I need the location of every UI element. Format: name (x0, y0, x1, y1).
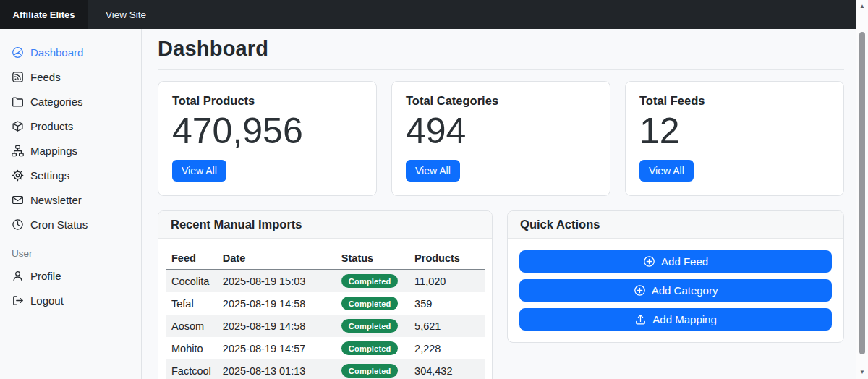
sidebar-item-label: Mappings (30, 145, 77, 157)
envelope-icon (12, 194, 24, 206)
sidebar-nav: Dashboard Feeds Categories Products Mapp… (12, 40, 135, 237)
diagram-icon (12, 145, 24, 157)
table-column-header: Status (336, 246, 409, 270)
folder-icon (12, 95, 24, 108)
table-column-header: Date (217, 246, 336, 270)
box-icon (12, 120, 24, 132)
quick-action-label: Add Mapping (652, 313, 716, 325)
scroll-up-arrow[interactable]: ▲ (859, 3, 865, 10)
status-badge: Completed (341, 364, 399, 378)
view-all-button[interactable]: View All (406, 160, 460, 182)
sidebar-section-label: User (12, 248, 135, 259)
sidebar-item-label: Cron Status (30, 218, 88, 231)
table-body: Cocolita 2025-08-19 15:03 Completed 11,0… (166, 270, 485, 379)
add-mapping-button[interactable]: Add Mapping (519, 308, 832, 331)
status-badge: Completed (341, 341, 399, 355)
table-column-header: Products (409, 246, 485, 270)
sidebar-item-label: Logout (30, 294, 64, 307)
sidebar-user-nav: Profile Logout (12, 263, 135, 312)
sidebar-item[interactable]: Profile (12, 263, 135, 288)
recent-imports-title: Recent Manual Imports (158, 211, 492, 239)
rss-icon (12, 71, 24, 83)
sidebar-item[interactable]: Mappings (12, 138, 135, 163)
cell-products: 11,020 (409, 270, 485, 293)
status-badge: Completed (341, 297, 399, 310)
cell-feed: Mohito (166, 337, 217, 359)
cell-products: 2,228 (409, 337, 485, 359)
cell-date: 2025-08-13 01:13 (217, 359, 336, 379)
cell-feed: Factcool (166, 359, 217, 379)
cell-feed: Cocolita (166, 270, 217, 293)
table-row: Cocolita 2025-08-19 15:03 Completed 11,0… (166, 270, 485, 293)
cell-products: 359 (409, 292, 485, 315)
sidebar-item-label: Profile (30, 270, 61, 282)
sidebar-item[interactable]: Cron Status (12, 212, 135, 237)
panels-row: Recent Manual Imports Feed Date Status P… (158, 210, 844, 379)
sidebar-item-label: Feeds (30, 71, 61, 83)
sidebar: Dashboard Feeds Categories Products Mapp… (0, 29, 142, 379)
page-title: Dashboard (158, 37, 844, 61)
plus-circle-icon (634, 284, 646, 297)
sidebar-item[interactable]: Settings (12, 163, 135, 187)
quick-actions-panel: Quick Actions Add Feed Add Category Add … (507, 210, 844, 343)
scroll-down-arrow[interactable]: ▼ (859, 369, 865, 376)
view-all-button[interactable]: View All (172, 160, 226, 182)
sidebar-item-label: Categories (30, 95, 83, 108)
stat-value: 470,956 (172, 111, 362, 151)
recent-imports-body: Feed Date Status Products Cocolita 2025-… (158, 239, 492, 379)
table-row: Mohito 2025-08-19 14:57 Completed 2,228 (166, 337, 485, 359)
stat-value: 12 (639, 111, 830, 151)
view-all-button[interactable]: View All (639, 160, 694, 182)
cell-status: Completed (336, 292, 409, 315)
sidebar-item[interactable]: Feeds (12, 64, 135, 89)
quick-action-label: Add Category (652, 284, 718, 297)
brand-logo[interactable]: Affiliate Elites (0, 0, 88, 29)
plus-circle-icon (643, 255, 655, 268)
speedometer-icon (12, 46, 24, 59)
upload-icon (634, 313, 647, 325)
status-badge: Completed (341, 319, 399, 333)
quick-actions-title: Quick Actions (508, 211, 843, 239)
view-site-link[interactable]: View Site (106, 9, 146, 20)
add-category-button[interactable]: Add Category (519, 279, 832, 302)
clock-icon (12, 218, 24, 231)
sidebar-item[interactable]: Logout (12, 288, 135, 312)
gear-icon (12, 169, 24, 182)
stat-title: Total Feeds (639, 94, 830, 108)
scrollbar[interactable]: ▲ ▼ (856, 0, 868, 379)
status-badge: Completed (341, 274, 399, 288)
person-icon (12, 270, 24, 282)
stats-row: Total Products 470,956 View All Total Ca… (158, 81, 844, 196)
cell-products: 304,432 (409, 359, 485, 379)
quick-action-label: Add Feed (661, 255, 708, 268)
sidebar-item-label: Newsletter (30, 194, 82, 206)
logout-icon (12, 294, 24, 307)
cell-status: Completed (336, 337, 409, 359)
sidebar-item[interactable]: Categories (12, 89, 135, 114)
top-navbar: Affiliate Elites View Site (0, 0, 868, 29)
table-row: Tefal 2025-08-19 14:58 Completed 359 (166, 292, 485, 315)
sidebar-item[interactable]: Products (12, 114, 135, 138)
title-divider (158, 69, 844, 70)
stat-title: Total Categories (406, 94, 596, 108)
sidebar-item-label: Products (30, 120, 73, 132)
cell-status: Completed (336, 315, 409, 337)
scrollbar-thumb[interactable] (859, 32, 865, 354)
table-header-row: Feed Date Status Products (166, 246, 485, 270)
main-content: Dashboard Total Products 470,956 View Al… (142, 29, 868, 379)
cell-date: 2025-08-19 15:03 (217, 270, 336, 293)
cell-feed: Tefal (166, 292, 217, 315)
stat-card: Total Products 470,956 View All (158, 81, 377, 196)
navbar-links: View Site (88, 0, 146, 29)
sidebar-item[interactable]: Dashboard (12, 40, 135, 64)
recent-imports-panel: Recent Manual Imports Feed Date Status P… (158, 210, 493, 379)
cell-status: Completed (336, 359, 409, 379)
cell-date: 2025-08-19 14:58 (217, 292, 336, 315)
cell-products: 5,621 (409, 315, 485, 337)
sidebar-item[interactable]: Newsletter (12, 187, 135, 212)
sidebar-item-label: Dashboard (30, 46, 83, 59)
cell-date: 2025-08-19 14:57 (217, 337, 336, 359)
table-column-header: Feed (166, 246, 217, 270)
sidebar-item-label: Settings (30, 169, 69, 182)
add-feed-button[interactable]: Add Feed (519, 250, 832, 273)
